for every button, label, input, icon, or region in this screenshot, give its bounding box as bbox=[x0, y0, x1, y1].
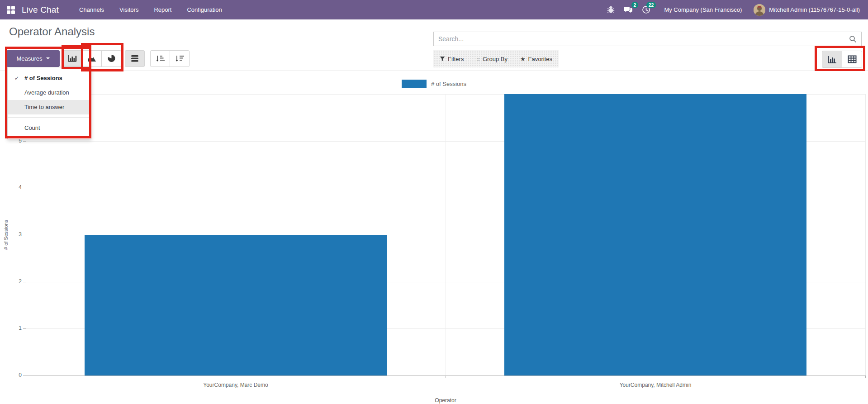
user-menu[interactable]: Mitchell Admin (11576767-15-0-all) bbox=[769, 6, 860, 13]
y-axis-title: # of Sessions bbox=[3, 190, 9, 280]
star-icon: ★ bbox=[520, 56, 526, 62]
user-avatar[interactable] bbox=[754, 4, 765, 16]
company-switcher[interactable]: My Company (San Francisco) bbox=[664, 6, 742, 13]
search-input[interactable] bbox=[434, 32, 861, 46]
x-tick-label: YourCompany, Marc Demo bbox=[26, 382, 446, 388]
search-icon[interactable] bbox=[849, 35, 857, 43]
group-by-icon: ≡ bbox=[476, 56, 480, 62]
sort-group bbox=[150, 50, 190, 67]
chart-legend[interactable]: # of Sessions bbox=[0, 80, 868, 88]
y-tick-label: 0 bbox=[7, 372, 22, 378]
chart-type-group bbox=[62, 50, 121, 67]
bar-chart-button[interactable] bbox=[62, 50, 82, 67]
measure-item-count[interactable]: Count bbox=[8, 121, 91, 135]
debug-bug-icon[interactable] bbox=[602, 0, 619, 19]
y-tick-label: 1 bbox=[7, 325, 22, 331]
menu-visitors[interactable]: Visitors bbox=[112, 0, 146, 19]
x-axis-title: Operator bbox=[26, 397, 865, 404]
bar-chart-canvas: # of Sessions0123456YourCompany, Marc De… bbox=[0, 71, 868, 404]
line-chart-button[interactable] bbox=[82, 50, 102, 67]
activities-clock-icon[interactable]: 22 bbox=[637, 0, 655, 19]
menu-report[interactable]: Report bbox=[146, 0, 179, 19]
filters-label: Filters bbox=[448, 56, 464, 62]
page-title: Operator Analysis bbox=[9, 25, 95, 38]
favorites-button[interactable]: ★ Favorites bbox=[520, 56, 552, 62]
x-axis-line bbox=[26, 375, 865, 376]
favorites-label: Favorites bbox=[528, 56, 552, 62]
gridline bbox=[446, 94, 446, 375]
control-panel: Operator Analysis Measures bbox=[0, 19, 868, 71]
x-tick-mark bbox=[865, 375, 866, 378]
graph-toolbar: Measures bbox=[6, 50, 190, 67]
legend-swatch bbox=[402, 80, 427, 88]
systray: 2 22 My Company (San Francisco) Mitchell… bbox=[602, 0, 868, 19]
activities-badge: 22 bbox=[646, 2, 656, 8]
measure-item-sessions[interactable]: ✓ # of Sessions bbox=[8, 71, 91, 86]
stacked-button[interactable] bbox=[125, 50, 145, 67]
caret-down-icon bbox=[46, 57, 50, 59]
bar[interactable] bbox=[504, 94, 806, 375]
measure-item-label: Count bbox=[24, 124, 40, 131]
menu-configuration[interactable]: Configuration bbox=[179, 0, 229, 19]
messages-icon[interactable]: 2 bbox=[619, 0, 637, 19]
pie-chart-button[interactable] bbox=[101, 50, 121, 67]
filter-strip: Filters ≡ Group By ★ Favorites bbox=[433, 50, 559, 67]
measures-button[interactable]: Measures bbox=[6, 50, 60, 67]
group-by-label: Group By bbox=[483, 56, 508, 62]
measure-item-time-to-answer[interactable]: Time to answer bbox=[8, 100, 91, 114]
measure-item-label: Time to answer bbox=[24, 104, 64, 110]
gridline bbox=[865, 94, 866, 375]
sort-ascending-button[interactable] bbox=[150, 50, 170, 67]
check-icon: ✓ bbox=[14, 71, 19, 86]
view-switcher bbox=[822, 51, 862, 68]
sort-descending-button[interactable] bbox=[170, 50, 190, 67]
main-menu: Channels Visitors Report Configuration bbox=[71, 0, 230, 19]
measures-dropdown-menu: ✓ # of Sessions Average duration Time to… bbox=[7, 67, 91, 139]
app-brand[interactable]: Live Chat bbox=[22, 5, 59, 15]
measure-item-label: # of Sessions bbox=[24, 75, 62, 81]
x-tick-label: YourCompany, Mitchell Admin bbox=[446, 382, 865, 388]
top-navbar: Live Chat Channels Visitors Report Confi… bbox=[0, 0, 868, 19]
search-box bbox=[433, 32, 862, 46]
filter-icon bbox=[440, 56, 445, 62]
measure-item-label: Average duration bbox=[24, 89, 69, 96]
filters-button[interactable]: Filters bbox=[440, 56, 464, 62]
menu-separator bbox=[8, 117, 91, 118]
bar[interactable] bbox=[85, 235, 387, 375]
pivot-view-button[interactable] bbox=[842, 51, 862, 68]
apps-menu-icon[interactable] bbox=[7, 6, 15, 14]
legend-label: # of Sessions bbox=[431, 81, 466, 87]
measures-button-label: Measures bbox=[16, 55, 42, 62]
group-by-button[interactable]: ≡ Group By bbox=[476, 56, 508, 62]
graph-view-button[interactable] bbox=[822, 51, 842, 68]
menu-channels[interactable]: Channels bbox=[71, 0, 112, 19]
measure-item-average-duration[interactable]: Average duration bbox=[8, 86, 91, 100]
